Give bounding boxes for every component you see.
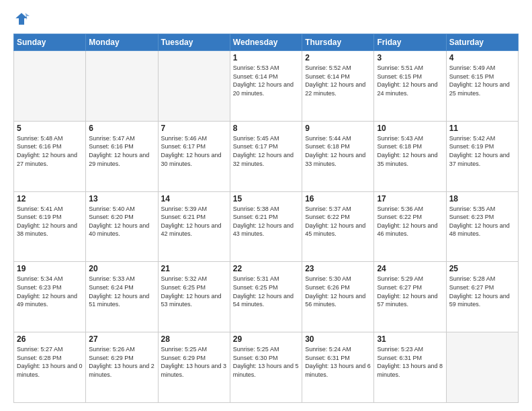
- day-number: 22: [233, 264, 299, 273]
- day-number: 7: [161, 124, 227, 133]
- logo: [13, 11, 32, 27]
- calendar: SundayMondayTuesdayWednesdayThursdayFrid…: [13, 34, 519, 403]
- day-number: 27: [89, 334, 154, 344]
- calendar-cell: 3Sunrise: 5:51 AMSunset: 6:15 PMDaylight…: [374, 51, 446, 122]
- day-info: Sunrise: 5:32 AMSunset: 6:25 PMDaylight:…: [161, 275, 227, 308]
- calendar-cell: [86, 51, 158, 122]
- calendar-cell: 14Sunrise: 5:39 AMSunset: 6:21 PMDayligh…: [158, 191, 230, 262]
- calendar-cell: 29Sunrise: 5:25 AMSunset: 6:30 PMDayligh…: [230, 332, 302, 403]
- day-number: 8: [233, 124, 299, 133]
- day-number: 9: [305, 124, 371, 133]
- calendar-cell: 5Sunrise: 5:48 AMSunset: 6:16 PMDaylight…: [14, 121, 86, 191]
- day-number: 25: [449, 264, 515, 273]
- calendar-cell: [446, 332, 518, 403]
- header: [13, 11, 519, 27]
- day-info: Sunrise: 5:39 AMSunset: 6:21 PMDaylight:…: [161, 205, 227, 238]
- day-number: 10: [377, 124, 443, 133]
- weekday-header: Sunday: [14, 34, 86, 51]
- calendar-cell: [14, 51, 86, 122]
- day-number: 30: [305, 334, 371, 344]
- day-info: Sunrise: 5:27 AMSunset: 6:28 PMDaylight:…: [17, 345, 83, 379]
- day-info: Sunrise: 5:33 AMSunset: 6:24 PMDaylight:…: [89, 275, 154, 308]
- calendar-cell: 10Sunrise: 5:43 AMSunset: 6:18 PMDayligh…: [374, 121, 446, 191]
- calendar-cell: 23Sunrise: 5:30 AMSunset: 6:26 PMDayligh…: [302, 262, 374, 332]
- day-number: 26: [17, 334, 83, 344]
- day-info: Sunrise: 5:30 AMSunset: 6:26 PMDaylight:…: [305, 275, 371, 308]
- calendar-cell: 4Sunrise: 5:49 AMSunset: 6:15 PMDaylight…: [446, 51, 518, 122]
- day-number: 18: [449, 194, 515, 203]
- day-number: 19: [17, 264, 83, 273]
- weekday-header: Thursday: [302, 34, 374, 51]
- calendar-cell: 28Sunrise: 5:25 AMSunset: 6:29 PMDayligh…: [158, 332, 230, 403]
- day-info: Sunrise: 5:31 AMSunset: 6:25 PMDaylight:…: [233, 275, 299, 308]
- day-info: Sunrise: 5:38 AMSunset: 6:21 PMDaylight:…: [233, 205, 299, 238]
- day-number: 24: [377, 264, 443, 273]
- calendar-cell: 26Sunrise: 5:27 AMSunset: 6:28 PMDayligh…: [14, 332, 86, 403]
- day-number: 21: [161, 264, 227, 273]
- day-number: 17: [377, 194, 443, 203]
- calendar-cell: 18Sunrise: 5:35 AMSunset: 6:23 PMDayligh…: [446, 191, 518, 262]
- day-number: 29: [233, 334, 299, 344]
- day-info: Sunrise: 5:52 AMSunset: 6:14 PMDaylight:…: [305, 64, 371, 97]
- calendar-cell: 30Sunrise: 5:24 AMSunset: 6:31 PMDayligh…: [302, 332, 374, 403]
- day-info: Sunrise: 5:36 AMSunset: 6:22 PMDaylight:…: [377, 205, 443, 238]
- day-number: 13: [89, 194, 154, 203]
- weekday-header: Monday: [86, 34, 158, 51]
- calendar-cell: 20Sunrise: 5:33 AMSunset: 6:24 PMDayligh…: [86, 262, 158, 332]
- svg-marker-1: [26, 13, 30, 20]
- day-info: Sunrise: 5:26 AMSunset: 6:29 PMDaylight:…: [89, 345, 154, 379]
- weekday-header: Friday: [374, 34, 446, 51]
- calendar-cell: 11Sunrise: 5:42 AMSunset: 6:19 PMDayligh…: [446, 121, 518, 191]
- day-info: Sunrise: 5:53 AMSunset: 6:14 PMDaylight:…: [233, 64, 299, 97]
- logo-icon: [13, 11, 30, 27]
- calendar-cell: 1Sunrise: 5:53 AMSunset: 6:14 PMDaylight…: [230, 51, 302, 122]
- calendar-cell: 25Sunrise: 5:28 AMSunset: 6:27 PMDayligh…: [446, 262, 518, 332]
- page: SundayMondayTuesdayWednesdayThursdayFrid…: [0, 0, 532, 411]
- day-info: Sunrise: 5:34 AMSunset: 6:23 PMDaylight:…: [17, 275, 83, 308]
- calendar-cell: [158, 51, 230, 122]
- calendar-cell: 31Sunrise: 5:23 AMSunset: 6:31 PMDayligh…: [374, 332, 446, 403]
- calendar-cell: 8Sunrise: 5:45 AMSunset: 6:17 PMDaylight…: [230, 121, 302, 191]
- day-info: Sunrise: 5:43 AMSunset: 6:18 PMDaylight:…: [377, 134, 443, 168]
- day-info: Sunrise: 5:45 AMSunset: 6:17 PMDaylight:…: [233, 134, 299, 168]
- day-number: 28: [161, 334, 227, 344]
- day-info: Sunrise: 5:40 AMSunset: 6:20 PMDaylight:…: [89, 205, 154, 238]
- day-info: Sunrise: 5:47 AMSunset: 6:16 PMDaylight:…: [89, 134, 154, 168]
- day-number: 3: [377, 53, 443, 62]
- day-number: 2: [305, 53, 371, 62]
- day-info: Sunrise: 5:42 AMSunset: 6:19 PMDaylight:…: [449, 134, 515, 168]
- day-info: Sunrise: 5:37 AMSunset: 6:22 PMDaylight:…: [305, 205, 371, 238]
- weekday-header: Saturday: [446, 34, 518, 51]
- calendar-cell: 16Sunrise: 5:37 AMSunset: 6:22 PMDayligh…: [302, 191, 374, 262]
- day-number: 15: [233, 194, 299, 203]
- calendar-cell: 7Sunrise: 5:46 AMSunset: 6:17 PMDaylight…: [158, 121, 230, 191]
- day-number: 14: [161, 194, 227, 203]
- day-number: 4: [449, 53, 515, 62]
- day-info: Sunrise: 5:25 AMSunset: 6:29 PMDaylight:…: [161, 345, 227, 379]
- day-info: Sunrise: 5:25 AMSunset: 6:30 PMDaylight:…: [233, 345, 299, 379]
- day-info: Sunrise: 5:35 AMSunset: 6:23 PMDaylight:…: [449, 205, 515, 238]
- calendar-cell: 9Sunrise: 5:44 AMSunset: 6:18 PMDaylight…: [302, 121, 374, 191]
- calendar-cell: 2Sunrise: 5:52 AMSunset: 6:14 PMDaylight…: [302, 51, 374, 122]
- svg-marker-0: [15, 13, 28, 25]
- calendar-cell: 12Sunrise: 5:41 AMSunset: 6:19 PMDayligh…: [14, 191, 86, 262]
- day-info: Sunrise: 5:51 AMSunset: 6:15 PMDaylight:…: [377, 64, 443, 97]
- calendar-cell: 19Sunrise: 5:34 AMSunset: 6:23 PMDayligh…: [14, 262, 86, 332]
- calendar-cell: 27Sunrise: 5:26 AMSunset: 6:29 PMDayligh…: [86, 332, 158, 403]
- calendar-cell: 17Sunrise: 5:36 AMSunset: 6:22 PMDayligh…: [374, 191, 446, 262]
- calendar-cell: 15Sunrise: 5:38 AMSunset: 6:21 PMDayligh…: [230, 191, 302, 262]
- day-number: 12: [17, 194, 83, 203]
- calendar-cell: 21Sunrise: 5:32 AMSunset: 6:25 PMDayligh…: [158, 262, 230, 332]
- day-number: 5: [17, 124, 83, 133]
- calendar-cell: 13Sunrise: 5:40 AMSunset: 6:20 PMDayligh…: [86, 191, 158, 262]
- calendar-cell: 6Sunrise: 5:47 AMSunset: 6:16 PMDaylight…: [86, 121, 158, 191]
- day-number: 6: [89, 124, 154, 133]
- day-info: Sunrise: 5:48 AMSunset: 6:16 PMDaylight:…: [17, 134, 83, 168]
- calendar-cell: 22Sunrise: 5:31 AMSunset: 6:25 PMDayligh…: [230, 262, 302, 332]
- day-number: 23: [305, 264, 371, 273]
- calendar-cell: 24Sunrise: 5:29 AMSunset: 6:27 PMDayligh…: [374, 262, 446, 332]
- day-info: Sunrise: 5:49 AMSunset: 6:15 PMDaylight:…: [449, 64, 515, 97]
- weekday-header: Tuesday: [158, 34, 230, 51]
- weekday-header: Wednesday: [230, 34, 302, 51]
- day-info: Sunrise: 5:41 AMSunset: 6:19 PMDaylight:…: [17, 205, 83, 238]
